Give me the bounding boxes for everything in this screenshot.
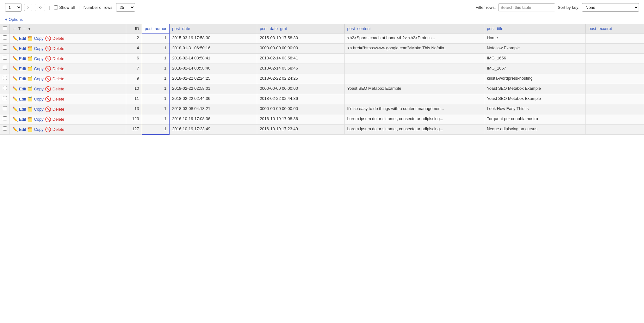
table-row: ✏️ Edit 🗂️ Copy 🚫 Delete 212015-03-19 17… (0, 33, 644, 43)
delete-button[interactable]: Delete (52, 97, 65, 101)
row-post-date-gmt: 2018-02-22 02:24:25 (257, 74, 344, 84)
delete-button[interactable]: Delete (52, 76, 65, 81)
row-post-excerpt (586, 74, 644, 84)
col-header-checkbox[interactable] (0, 24, 10, 33)
next-page-button[interactable]: > (24, 4, 32, 11)
edit-button[interactable]: Edit (18, 87, 27, 91)
pencil-icon: ✏️ (12, 66, 18, 71)
col-header-post-author[interactable]: post_author (142, 24, 170, 33)
edit-button[interactable]: Edit (18, 107, 27, 112)
delete-button[interactable]: Delete (52, 107, 65, 112)
row-post-excerpt (586, 53, 644, 64)
edit-button[interactable]: Edit (18, 117, 27, 122)
row-post-excerpt (586, 84, 644, 94)
copy-button[interactable]: Copy (33, 97, 44, 101)
row-post-excerpt (586, 94, 644, 104)
delete-button[interactable]: Delete (52, 66, 65, 71)
row-post-title: Home (484, 33, 586, 43)
search-input[interactable] (498, 3, 555, 11)
col-header-post-title[interactable]: post_title (484, 24, 586, 33)
copy-button[interactable]: Copy (33, 117, 44, 122)
row-post-content (344, 94, 484, 104)
row-checkbox[interactable] (3, 116, 7, 120)
row-checkbox-cell (0, 124, 10, 134)
col-header-resize[interactable]: ← T → ▼ (10, 24, 126, 33)
row-checkbox[interactable] (3, 96, 7, 100)
copy-button[interactable]: Copy (33, 107, 44, 112)
row-checkbox[interactable] (3, 106, 7, 110)
delete-button[interactable]: Delete (52, 127, 65, 132)
col-header-id[interactable]: ID (126, 24, 142, 33)
delete-icon: 🚫 (45, 116, 51, 122)
row-checkbox-cell (0, 33, 10, 43)
row-post-content: It's so easy to do things with a content… (344, 104, 484, 114)
page-select[interactable]: 1 (5, 3, 22, 12)
row-post-author: 1 (142, 124, 170, 134)
copy-db-icon: 🗂️ (27, 36, 33, 41)
edit-button[interactable]: Edit (18, 66, 27, 71)
row-checkbox[interactable] (3, 35, 7, 40)
delete-icon: 🚫 (45, 96, 51, 102)
edit-button[interactable]: Edit (18, 76, 27, 81)
copy-button[interactable]: Copy (33, 66, 44, 71)
row-actions-cell: ✏️ Edit 🗂️ Copy 🚫 Delete (10, 64, 126, 74)
edit-button[interactable]: Edit (18, 46, 27, 51)
delete-button[interactable]: Delete (52, 46, 65, 51)
copy-db-icon: 🗂️ (27, 46, 33, 51)
copy-button[interactable]: Copy (33, 46, 44, 51)
table-row: ✏️ Edit 🗂️ Copy 🚫 Delete 712018-02-14 03… (0, 64, 644, 74)
row-post-date: 2016-10-19 17:08:36 (169, 114, 257, 124)
row-post-title: Yoast SEO Metabox Example (484, 84, 586, 94)
show-all-checkbox[interactable] (54, 5, 58, 9)
delete-icon: 🚫 (45, 86, 51, 92)
col-header-post-excerpt[interactable]: post_excerpt (586, 24, 644, 33)
delete-icon: 🚫 (45, 46, 51, 52)
col-header-post-date-gmt[interactable]: post_date_gmt (257, 24, 344, 33)
delete-button[interactable]: Delete (52, 117, 65, 122)
row-post-title: IMG_1657 (484, 64, 586, 74)
row-post-content: <h2>Sports coach at home</h2> <h2>Profes… (344, 33, 484, 43)
delete-button[interactable]: Delete (52, 87, 65, 91)
row-checkbox[interactable] (3, 76, 7, 80)
last-page-button[interactable]: >> (35, 4, 45, 11)
col-header-post-date[interactable]: post_date (169, 24, 257, 33)
row-post-content (344, 74, 484, 84)
row-checkbox[interactable] (3, 56, 7, 60)
show-all-label[interactable]: Show all (54, 5, 75, 10)
options-row[interactable]: + Options (0, 15, 644, 24)
rows-select[interactable]: 25 10 50 100 (116, 3, 135, 12)
edit-button[interactable]: Edit (18, 97, 27, 101)
select-all-checkbox[interactable] (3, 26, 7, 30)
resize-center-icon: T (18, 26, 21, 31)
row-post-date: 2018-02-22 02:58:01 (169, 84, 257, 94)
copy-button[interactable]: Copy (33, 127, 44, 132)
copy-button[interactable]: Copy (33, 87, 44, 91)
row-post-content: <a href="https://www.google.com">Make Th… (344, 43, 484, 53)
edit-button[interactable]: Edit (18, 36, 27, 41)
edit-button[interactable]: Edit (18, 127, 27, 132)
pencil-icon: ✏️ (12, 76, 18, 81)
copy-button[interactable]: Copy (33, 76, 44, 81)
copy-db-icon: 🗂️ (27, 127, 33, 132)
row-checkbox[interactable] (3, 126, 7, 131)
row-post-date-gmt: 2018-02-14 03:58:41 (257, 53, 344, 64)
row-post-date-gmt: 0000-00-00 00:00:00 (257, 43, 344, 53)
row-post-author: 1 (142, 94, 170, 104)
delete-button[interactable]: Delete (52, 56, 65, 61)
pencil-icon: ✏️ (12, 96, 18, 101)
table-row: ✏️ Edit 🗂️ Copy 🚫 Delete 1312018-03-08 0… (0, 104, 644, 114)
row-checkbox[interactable] (3, 66, 7, 70)
delete-button[interactable]: Delete (52, 36, 65, 41)
copy-button[interactable]: Copy (33, 36, 44, 41)
col-header-post-content[interactable]: post_content (344, 24, 484, 33)
row-post-excerpt (586, 43, 644, 53)
copy-button[interactable]: Copy (33, 56, 44, 61)
row-id: 7 (126, 64, 142, 74)
edit-button[interactable]: Edit (18, 56, 27, 61)
row-id: 127 (126, 124, 142, 134)
row-checkbox[interactable] (3, 86, 7, 90)
row-id: 10 (126, 84, 142, 94)
row-actions-cell: ✏️ Edit 🗂️ Copy 🚫 Delete (10, 124, 126, 134)
sort-select[interactable]: None (582, 3, 639, 12)
row-checkbox[interactable] (3, 46, 7, 50)
